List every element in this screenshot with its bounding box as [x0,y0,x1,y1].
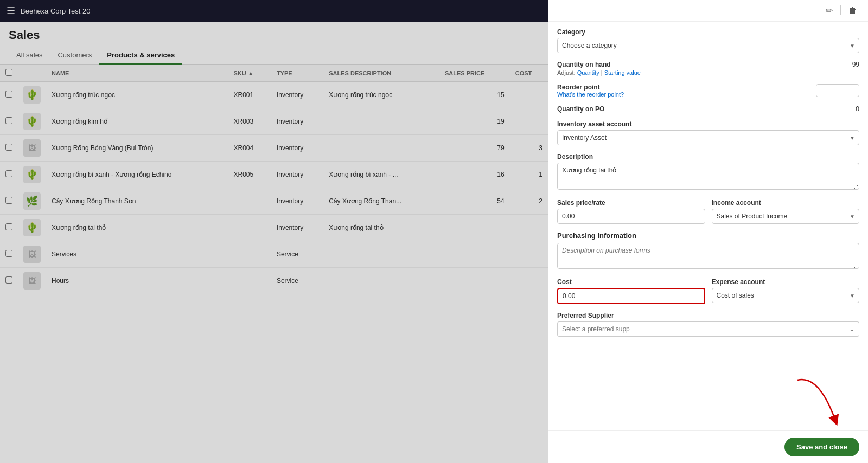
cost-label: Cost [557,278,705,286]
row-checkbox[interactable] [5,276,12,284]
reorder-point-link[interactable]: What's the reorder point? [557,91,624,98]
row-cost [510,82,548,108]
row-sku: XR003 [228,108,271,135]
income-account-field: Income account Sales of Product Income ▼ [712,199,860,224]
tab-products-services[interactable]: Products & services [99,47,182,65]
row-type: Inventory [271,108,323,135]
row-price [439,215,510,241]
row-cost: 2 [510,188,548,215]
select-all-checkbox[interactable] [5,69,12,76]
row-checkbox[interactable] [5,170,12,177]
row-price [439,268,510,294]
row-type: Inventory [271,82,323,108]
row-sku: XR005 [228,162,271,188]
page-title: Sales [0,22,548,42]
toolbar-divider: | [839,4,842,17]
adjust-starting-link[interactable]: Starting value [604,69,641,76]
row-cost [510,241,548,268]
row-sku: XR001 [228,82,271,108]
preferred-supplier-dropdown-btn[interactable]: ⌄ [845,321,859,337]
tab-bar: All sales Customers Products & services [0,47,548,65]
table-row[interactable]: 🖼 Xương Rồng Bóng Vàng (Bui Tròn) XR004 … [0,135,548,162]
row-name: Xương Rồng Bóng Vàng (Bui Tròn) [46,135,228,162]
preferred-supplier-input[interactable] [557,321,845,337]
tab-customers[interactable]: Customers [50,47,99,65]
row-sku [228,268,271,294]
row-sales-desc [323,241,439,268]
row-sku [228,215,271,241]
row-sales-desc: Xương rồng trúc ngọc [323,82,439,108]
row-name: Cây Xương Rồng Thanh Sơn [46,188,228,215]
qty-on-hand-row: Quantity on hand Adjust: Quantity | Star… [557,61,859,76]
category-label: Category [557,28,859,36]
row-type: Inventory [271,188,323,215]
col-sales-price: SALES PRICE [439,65,510,82]
menu-icon[interactable]: ☰ [7,5,15,17]
row-cost [510,268,548,294]
row-name: Xương rồng tai thỏ [46,215,228,241]
qty-adjust-row: Adjust: Quantity | Starting value [557,69,641,76]
row-checkbox[interactable] [5,144,12,151]
description-textarea[interactable]: Xương rồng tai thỏ [557,163,859,190]
table-row[interactable]: 🌵 Xương rồng trúc ngọc XR001 Inventory X… [0,82,548,108]
income-account-select-wrapper: Sales of Product Income ▼ [712,209,860,224]
col-type: TYPE [271,65,323,82]
income-account-label: Income account [712,199,860,207]
row-type: Inventory [271,135,323,162]
description-label: Description [557,153,859,160]
row-name: Hours [46,268,228,294]
preferred-supplier-row: ⌄ [557,321,859,337]
cost-input[interactable] [557,288,705,304]
right-panel-content: Category Choose a category ▼ Quantity on… [548,22,868,430]
row-cost: 3 [510,135,548,162]
row-name: Services [46,241,228,268]
row-sales-desc: Xương rồng bí xanh - ... [323,162,439,188]
row-type: Inventory [271,215,323,241]
row-price: 16 [439,162,510,188]
category-select[interactable]: Choose a category [557,38,859,53]
table-row[interactable]: 🌵 Xương rồng bí xanh - Xương rồng Echino… [0,162,548,188]
products-table: NAME SKU ▲ TYPE SALES DESCRIPTION SALES … [0,65,548,294]
row-checkbox[interactable] [5,250,12,257]
inventory-asset-select[interactable]: Inventory Asset [557,130,859,145]
row-checkbox[interactable] [5,223,12,230]
row-checkbox[interactable] [5,117,12,124]
bottom-bar: Save and close [548,430,868,463]
table-row[interactable]: 🖼 Hours Service [0,268,548,294]
expense-account-select[interactable]: Cost of sales [712,288,860,303]
adjust-quantity-link[interactable]: Quantity [577,69,599,76]
table-row[interactable]: 🌿 Cây Xương Rồng Thanh Sơn Inventory Cây… [0,188,548,215]
row-sales-desc [323,108,439,135]
row-checkbox[interactable] [5,197,12,204]
delete-button[interactable]: 🗑 [846,4,859,17]
row-price: 19 [439,108,510,135]
qty-on-po-value: 0 [856,105,859,113]
row-cost [510,215,548,241]
row-checkbox[interactable] [5,91,12,98]
row-sku [228,241,271,268]
save-close-button[interactable]: Save and close [784,438,859,456]
col-cost: COST [510,65,548,82]
income-account-select[interactable]: Sales of Product Income [712,209,860,224]
description-field: Description Xương rồng tai thỏ [557,153,859,191]
reorder-point-input[interactable] [816,84,859,97]
qty-on-hand-value: 99 [852,61,859,68]
sales-price-label: Sales price/rate [557,199,705,207]
table-row[interactable]: 🌵 Xương rồng kim hổ XR003 Inventory 19 [0,108,548,135]
row-type: Inventory [271,162,323,188]
preferred-supplier-label: Preferred Supplier [557,312,859,319]
purchase-description-textarea[interactable] [557,243,859,269]
row-price [439,241,510,268]
expense-account-field: Expense account Cost of sales ▼ [712,278,860,304]
edit-button[interactable]: ✏ [824,4,835,17]
adjust-label: Adjust: [557,69,576,76]
row-cost [510,108,548,135]
sales-price-input[interactable] [557,209,705,224]
sales-price-field: Sales price/rate [557,199,705,224]
row-type: Service [271,241,323,268]
tab-all-sales[interactable]: All sales [9,47,50,65]
qty-on-hand-section: Quantity on hand Adjust: Quantity | Star… [557,61,859,76]
table-row[interactable]: 🌵 Xương rồng tai thỏ Inventory Xương rồn… [0,215,548,241]
table-row[interactable]: 🖼 Services Service [0,241,548,268]
row-type: Service [271,268,323,294]
